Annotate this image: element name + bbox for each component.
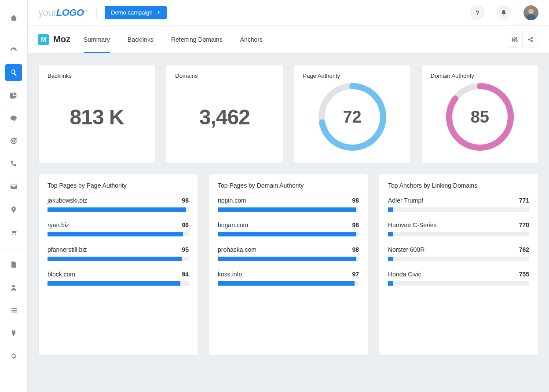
sidebar-item-user[interactable]: [5, 279, 22, 296]
list-item-label: pfannerstill.biz: [48, 246, 87, 253]
svg-point-4: [531, 40, 533, 42]
tool-title: Moz: [53, 34, 70, 44]
sliders-icon: [512, 36, 518, 43]
bar-fill: [388, 232, 393, 236]
tab-referring-domains[interactable]: Referring Domains: [171, 25, 223, 53]
kpi-backlinks: Backlinks 813 K: [38, 64, 155, 163]
kpi-value: 813 K: [70, 105, 124, 129]
user-icon: [10, 284, 17, 291]
list-item-label: jakubowski.biz: [48, 197, 87, 204]
list-item: ryan.biz96: [48, 221, 189, 236]
bar-track: [388, 232, 529, 236]
sidebar-item-mail[interactable]: [5, 178, 22, 195]
sidebar-item-reports[interactable]: [5, 256, 22, 273]
kpi-title: Backlinks: [48, 73, 146, 79]
list-item-value: 96: [182, 221, 189, 229]
campaign-label: Demo campaign: [111, 9, 153, 16]
bar-fill: [48, 207, 186, 212]
file-chart-icon: [10, 261, 17, 268]
sidebar-item-search[interactable]: [5, 64, 22, 81]
list-title: Top Pages by Domain Authority: [218, 182, 359, 189]
search-icon: [10, 69, 17, 76]
gauge-icon: [10, 46, 17, 53]
home-icon: [10, 15, 17, 22]
list-item-label: koss.info: [218, 271, 242, 278]
bar-fill: [218, 232, 356, 236]
kpi-value: 3,462: [199, 105, 250, 129]
pie-icon: [10, 92, 17, 99]
kpi-page-authority: Page Authority 72: [294, 64, 411, 163]
svg-point-2: [528, 39, 530, 40]
list-item-label: ryan.biz: [48, 221, 69, 229]
sidebar-item-dashboard[interactable]: [5, 41, 22, 58]
topbar: yourLOGOTM Demo campaign ▼ ?: [28, 0, 549, 25]
sidebar-item-location[interactable]: [5, 201, 22, 218]
list-title: Top Anchors by Linking Domains: [388, 182, 529, 189]
list-item-value: 98: [352, 246, 359, 253]
list-item-label: Honda Civic: [388, 271, 421, 278]
logo-part2: LOGO: [56, 7, 84, 18]
bar-fill: [218, 207, 356, 212]
sidebar-item-settings[interactable]: [5, 348, 22, 364]
list-item-value: 770: [519, 221, 529, 229]
list-item-label: prohaska.com: [218, 246, 256, 253]
sidebar-item-pie[interactable]: [5, 87, 22, 104]
sidebar-item-phone[interactable]: [5, 156, 22, 172]
list-item: jakubowski.biz98: [48, 197, 189, 212]
bar-track: [388, 257, 529, 261]
logo-tm: TM: [84, 9, 89, 13]
chat-icon: [10, 115, 17, 122]
notifications-button[interactable]: [496, 5, 511, 20]
list-item-value: 98: [352, 221, 359, 229]
list-item: Adler Trumpf771: [388, 197, 529, 212]
bar-track: [48, 207, 189, 212]
bar-track: [48, 257, 189, 261]
list-item: block.com94: [48, 271, 189, 286]
target-icon: [10, 138, 17, 145]
bar-track: [218, 207, 359, 212]
bar-fill: [218, 281, 355, 286]
list-item: prohaska.com98: [218, 246, 359, 261]
content: Backlinks 813 K Domains 3,462 Page Autho…: [28, 54, 549, 392]
cart-icon: [10, 229, 17, 236]
list-item-value: 755: [519, 271, 529, 278]
campaign-selector[interactable]: Demo campaign ▼: [105, 6, 167, 19]
sidebar-item-cart[interactable]: [5, 224, 22, 241]
bar-track: [388, 281, 529, 286]
sidebar-item-chat[interactable]: [5, 110, 22, 127]
sidebar-item-target[interactable]: [5, 133, 22, 149]
list-title: Top Pages by Page Authority: [48, 182, 189, 189]
tab-anchors[interactable]: Anchors: [240, 25, 263, 53]
list-item-label: rippin.com: [218, 197, 246, 204]
kpi-title: Domains: [175, 73, 274, 79]
bar-fill: [388, 281, 393, 286]
logo[interactable]: yourLOGOTM: [38, 7, 88, 18]
list-card: Top Pages by Page Authorityjakubowski.bi…: [38, 174, 198, 356]
caret-down-icon: ▼: [157, 11, 161, 15]
donut-page-authority: 72: [316, 81, 388, 153]
donut-value: 72: [316, 81, 388, 153]
list-item-value: 98: [352, 197, 359, 204]
list-item-label: bogan.com: [218, 221, 248, 229]
kpi-domain-authority: Domain Authority 85: [421, 64, 538, 163]
bar-fill: [48, 232, 183, 236]
list-item-value: 771: [519, 197, 529, 204]
list-item: pfannerstill.biz95: [48, 246, 189, 261]
tab-summary[interactable]: Summary: [84, 25, 110, 53]
logo-part1: your: [38, 7, 56, 18]
list-item: Honda Civic755: [388, 271, 529, 286]
gear-icon: [10, 352, 17, 359]
sidebar-item-home[interactable]: [5, 10, 22, 26]
sidebar-item-tasks[interactable]: [5, 302, 22, 319]
tab-backlinks[interactable]: Backlinks: [128, 25, 154, 53]
phone-icon: [10, 160, 17, 167]
share-button[interactable]: [523, 32, 538, 47]
list-item-value: 95: [182, 246, 189, 253]
filter-button[interactable]: [507, 32, 523, 47]
user-avatar[interactable]: [523, 5, 538, 20]
sidebar-item-integrations[interactable]: [5, 325, 22, 341]
list-item-value: 94: [182, 271, 189, 278]
list-icon: [10, 307, 17, 314]
help-button[interactable]: ?: [470, 5, 485, 20]
list-item: Norster 600R762: [388, 246, 529, 261]
